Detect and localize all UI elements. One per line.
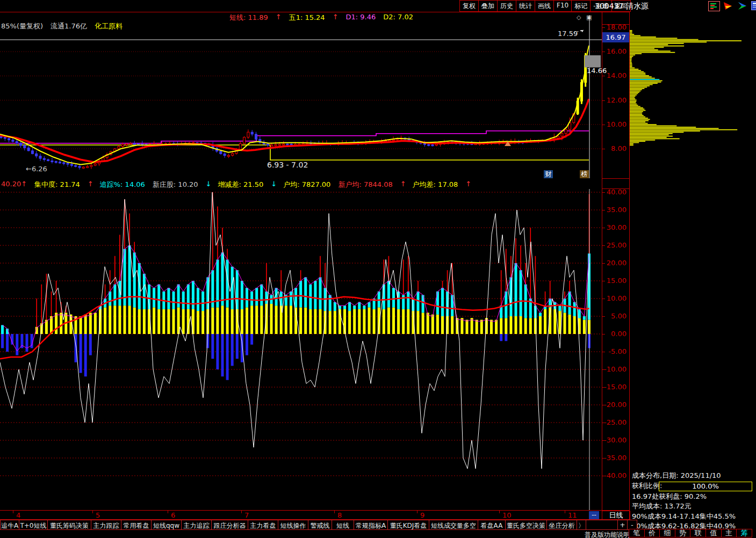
title-bar-icons	[708, 1, 756, 11]
cost-dist-date: 成本分布,日期: 2025/11/10	[632, 471, 756, 481]
mini-tab-值[interactable]: 值	[706, 529, 722, 537]
tick-mark	[602, 299, 605, 299]
mini-tab-主[interactable]: 主	[722, 529, 737, 537]
axis-strip-top-border	[602, 24, 630, 25]
mini-tab-细[interactable]: 细	[660, 529, 675, 537]
month-tick	[417, 511, 417, 513]
scroll-dash-button[interactable]: --	[589, 511, 599, 519]
strategy-tab-常规指标A[interactable]: 常规指标A	[354, 520, 388, 530]
toolbar-button-F10[interactable]: F10	[554, 0, 572, 12]
mini-tab-笔[interactable]: 笔	[629, 529, 645, 537]
param1-1: ↑	[276, 13, 282, 23]
tick-mark	[602, 192, 605, 193]
axis-strip-right-border	[629, 12, 630, 520]
cost-distribution-panel: 成本分布,日期: 2025/11/10 获利比例: 100.0% 16.97处获…	[632, 471, 756, 532]
strategy-tab-主力跟踪[interactable]: 主力跟踪	[91, 520, 121, 530]
indicator-params-row2: 85%(量复权)流通1.76亿化工原料	[1, 21, 123, 31]
tick-mark	[602, 334, 605, 335]
mini-tab-筹[interactable]: 筹	[737, 529, 752, 537]
month-label-10: 10	[502, 511, 512, 519]
strategy-tab-短线qqw[interactable]: 短线qqw	[152, 520, 182, 530]
strategy-tab-警戒线[interactable]: 警戒线	[308, 520, 332, 530]
strategy-tab-常用看盘[interactable]: 常用看盘	[121, 520, 152, 530]
toolbar-button-画线[interactable]: 画线	[535, 0, 554, 12]
strategy-tab-〉[interactable]: 〉	[577, 520, 586, 530]
month-tick	[241, 511, 242, 513]
strategy-tab-短线操作[interactable]: 短线操作	[278, 520, 308, 530]
strategy-tab-主力追踪[interactable]: 主力追踪	[182, 520, 212, 530]
toolbar-button-复权[interactable]: 复权	[459, 0, 479, 12]
strategy-tab-坐庄分析[interactable]: 坐庄分析	[547, 520, 577, 530]
bang-badge[interactable]: 榜	[580, 170, 589, 178]
upper-price-chart-pane[interactable]: 短线: 11.89↑五1: 15.24↑D1: 9.46D2: 7.02 85%…	[0, 12, 602, 178]
stock-name: 清水源	[626, 2, 649, 10]
month-label-11: 11	[568, 511, 577, 519]
low-price-annotation: ←6.26	[26, 165, 47, 173]
tick-mark	[602, 125, 605, 125]
param1-3: ↑	[333, 13, 339, 23]
ind-header-seg-7: ↓	[271, 180, 277, 190]
title-bar: 复权叠加历史统计画线F10标记-自选返回 300437 清水源	[0, 0, 756, 12]
strategy-tab-董氏KDJ看盘[interactable]: 董氏KDJ看盘	[388, 520, 429, 530]
indicator-params-row1: 短线: 11.89↑五1: 15.24↑D1: 9.46D2: 7.02	[229, 13, 413, 23]
strategy-tab-追牛A[interactable]: 追牛A	[0, 520, 19, 530]
month-label-9: 9	[420, 511, 424, 519]
lower-indicator-header: 40.20↑集中度: 21.74↑追踪%: 14.06新庄股: 10.20↓增减…	[1, 180, 471, 190]
lower-indicator-canvas[interactable]	[0, 189, 602, 510]
month-label-6: 6	[171, 511, 175, 519]
mini-tab-bar: 笔价细势联值主筹	[629, 529, 752, 537]
ind-header-seg-4: 新庄股: 10.20	[153, 180, 198, 190]
help-label[interactable]: 普及版功能说明	[585, 530, 630, 538]
high-price-annotation: 17.59	[558, 30, 578, 38]
toolbar-button-叠加[interactable]: 叠加	[479, 0, 498, 12]
ind-header-seg-1: 集中度: 21.74	[34, 180, 80, 190]
ind-header-seg-2: ↑	[88, 180, 93, 190]
tick-mark	[602, 405, 605, 405]
tick-mark	[602, 245, 605, 246]
strategy-tab-短线[interactable]: 短线	[332, 520, 354, 530]
param1-0: 短线: 11.89	[229, 13, 268, 23]
tab-scroll-plus[interactable]: +	[618, 520, 628, 530]
tick-mark	[602, 228, 605, 228]
profit-ratio-value: 100.0%	[659, 482, 752, 491]
month-label-7: 7	[244, 511, 249, 519]
param1-5: D2: 7.02	[383, 13, 413, 23]
toolbar-button-标记[interactable]: 标记	[572, 0, 591, 12]
param2-1: 流通1.76亿	[51, 21, 87, 31]
strategy-tab-跟庄分析器[interactable]: 跟庄分析器	[212, 520, 248, 530]
avg-cost: 平均成本: 13.72元	[632, 501, 756, 512]
tick-mark	[602, 423, 605, 423]
blue-window-icon[interactable]	[751, 1, 756, 10]
ind-header-seg-5: ↓	[206, 180, 212, 190]
xaxis-top-border	[0, 510, 630, 511]
strategy-tab-董氏筹码决策[interactable]: 董氏筹码决策	[48, 520, 91, 530]
strategy-tab-T+0短线[interactable]: T+0短线	[19, 520, 48, 530]
ind-header-seg-0: 40.20↑	[1, 180, 27, 190]
toolbar-button-统计[interactable]: 统计	[516, 0, 535, 12]
strategy-tab-主力看盘[interactable]: 主力看盘	[248, 520, 278, 530]
strategy-tab-短线成交量多空[interactable]: 短线成交量多空	[429, 520, 478, 530]
ind-header-seg-12: ↑	[465, 180, 471, 190]
price-chart-canvas	[0, 12, 602, 178]
profit-ratio-row: 获利比例: 100.0%	[632, 481, 756, 492]
strategy-tab-董氏多空决策[interactable]: 董氏多空决策	[506, 520, 547, 530]
month-tick	[92, 511, 93, 513]
strategy-tab-看盘AA[interactable]: 看盘AA	[478, 520, 506, 530]
green-arrow-icon[interactable]	[737, 1, 748, 11]
toolbar-button-历史[interactable]: 历史	[498, 0, 516, 12]
mini-tab-势[interactable]: 势	[675, 529, 691, 537]
mini-tab-联[interactable]: 联	[690, 529, 706, 537]
mini-tab-价[interactable]: 价	[645, 529, 660, 537]
red-arrow-icon[interactable]	[723, 1, 734, 11]
tick-mark	[602, 149, 605, 149]
ind-header-seg-9: 新户均: 7844.08	[338, 180, 392, 190]
tick-mark	[602, 281, 605, 281]
trading-app-window: 复权叠加历史统计画线F10标记-自选返回 300437 清水源	[0, 0, 756, 538]
param2-2: 化工原料	[95, 21, 123, 31]
axis-strip-mid-border2	[602, 188, 630, 189]
month-label-4: 4	[16, 511, 20, 519]
cai-badge[interactable]: 财	[544, 170, 553, 178]
tick-mark	[602, 316, 605, 317]
param2-0: 85%(量复权)	[1, 21, 43, 31]
list-chart-icon[interactable]	[708, 1, 720, 11]
